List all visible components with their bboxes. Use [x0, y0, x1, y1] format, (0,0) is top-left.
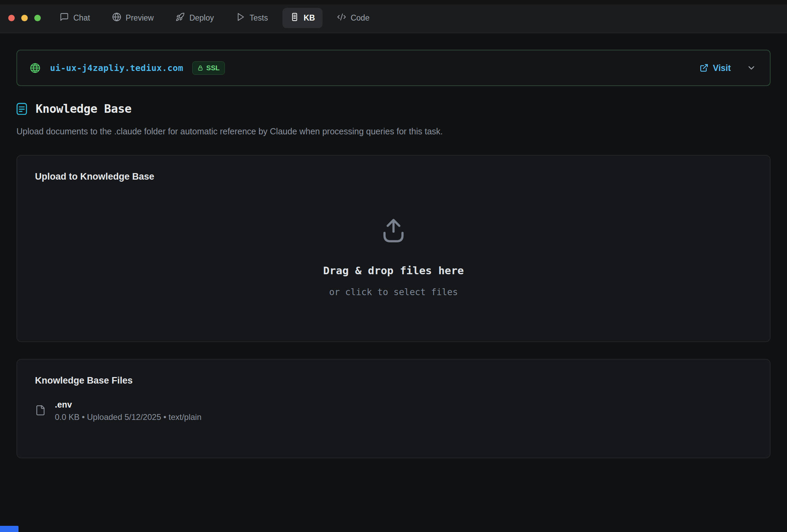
tab-label: Code: [351, 13, 370, 23]
globe-icon: [112, 12, 121, 24]
visit-button[interactable]: Visit: [700, 63, 731, 73]
tab-preview[interactable]: Preview: [105, 8, 161, 28]
tab-deploy[interactable]: Deploy: [168, 8, 221, 28]
chat-bubble-icon: [60, 12, 69, 24]
visit-label: Visit: [713, 63, 731, 73]
knowledge-base-icon: [16, 103, 27, 115]
dropzone-title: Drag & drop files here: [323, 264, 464, 277]
tab-label: Tests: [250, 13, 268, 23]
close-window-button[interactable]: [8, 15, 15, 21]
tab-label: Deploy: [189, 13, 214, 23]
page-title: Knowledge Base: [36, 102, 132, 116]
background-window-fragment: [0, 526, 19, 532]
tab-label: Preview: [126, 13, 154, 23]
rocket-icon: [175, 12, 185, 24]
tab-chat[interactable]: Chat: [52, 8, 98, 28]
dropzone-subtitle: or click to select files: [329, 287, 458, 297]
tab-code[interactable]: Code: [329, 8, 377, 28]
files-card: Knowledge Base Files .env 0.0 KB • Uploa…: [16, 359, 771, 458]
tab-tests[interactable]: Tests: [228, 8, 276, 28]
page-subtitle: Upload documents to the .claude folder f…: [16, 126, 771, 136]
file-row[interactable]: .env 0.0 KB • Uploaded 5/12/2025 • text/…: [35, 400, 752, 422]
globe-icon: [30, 63, 40, 73]
notebook-icon: [290, 12, 299, 24]
tab-label: KB: [304, 13, 315, 23]
tab-label: Chat: [73, 13, 90, 23]
window-controls: [8, 11, 41, 21]
tab-bar: Chat Preview Deploy Tests KB Code: [52, 4, 377, 28]
ssl-label: SSL: [206, 64, 220, 72]
ssl-badge: SSL: [192, 61, 225, 75]
external-link-icon: [700, 63, 709, 72]
preview-url-link[interactable]: ui-ux-j4zapliy.tediux.com: [50, 63, 183, 73]
upload-card: Upload to Knowledge Base Drag & drop fil…: [16, 155, 771, 342]
dropzone[interactable]: Drag & drop files here or click to selec…: [35, 182, 752, 326]
lock-icon: [197, 65, 203, 71]
files-card-title: Knowledge Base Files: [35, 375, 752, 386]
file-name: .env: [55, 400, 202, 410]
window-titlebar: Chat Preview Deploy Tests KB Code: [0, 0, 787, 33]
tab-kb[interactable]: KB: [282, 8, 323, 28]
file-meta: 0.0 KB • Uploaded 5/12/2025 • text/plain: [55, 412, 202, 422]
upload-card-title: Upload to Knowledge Base: [35, 171, 752, 182]
preview-url-bar: ui-ux-j4zapliy.tediux.com SSL Visit: [16, 50, 771, 86]
minimize-window-button[interactable]: [21, 15, 28, 21]
file-icon: [35, 403, 46, 419]
main-content: ui-ux-j4zapliy.tediux.com SSL Visit Know…: [0, 50, 787, 458]
play-icon: [236, 12, 245, 24]
upload-icon: [378, 214, 409, 246]
code-icon: [337, 12, 346, 24]
maximize-window-button[interactable]: [34, 15, 41, 21]
chevron-down-icon[interactable]: [747, 63, 756, 73]
